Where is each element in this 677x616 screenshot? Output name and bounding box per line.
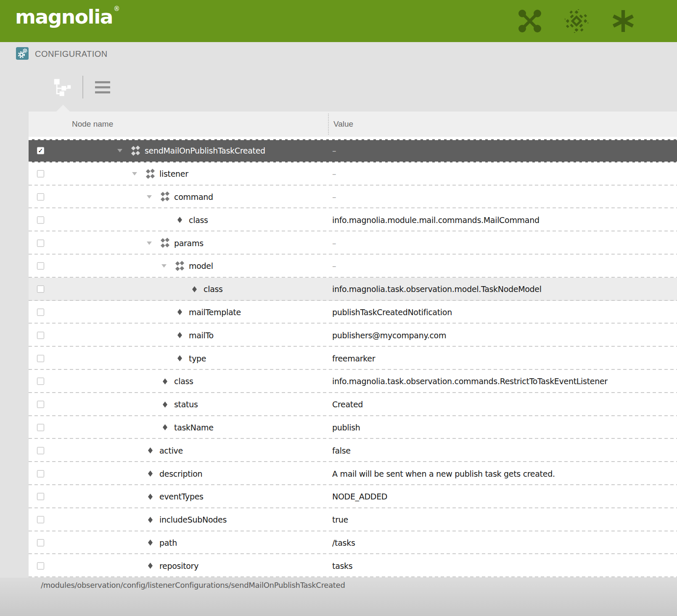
list-view-icon bbox=[95, 81, 110, 94]
node-name: repository bbox=[159, 561, 198, 571]
row-checkbox[interactable] bbox=[37, 447, 44, 454]
collapse-arrow-icon[interactable] bbox=[117, 149, 122, 152]
table-row[interactable]: class info.magnolia.module.mail.commands… bbox=[29, 208, 677, 231]
row-checkbox[interactable] bbox=[37, 470, 44, 477]
property-diamond-icon bbox=[148, 517, 153, 523]
table-row[interactable]: description A mail will be sent when a n… bbox=[29, 462, 677, 485]
collapse-arrow-icon[interactable] bbox=[147, 242, 152, 245]
row-checkbox[interactable] bbox=[37, 401, 44, 408]
node-value: tasks bbox=[332, 561, 352, 571]
table-row[interactable]: eventTypes NODE_ADDED bbox=[29, 485, 677, 508]
node-name: class bbox=[204, 284, 223, 294]
property-diamond-icon bbox=[148, 447, 153, 454]
node-name: sendMailOnPublishTaskCreated bbox=[145, 146, 265, 155]
table-row[interactable]: type freemarker bbox=[29, 347, 677, 370]
row-checkbox[interactable]: ✓ bbox=[37, 147, 44, 154]
column-header-value[interactable]: Value bbox=[333, 119, 353, 129]
row-checkbox[interactable] bbox=[37, 308, 44, 316]
node-name: taskName bbox=[174, 423, 214, 432]
table-row[interactable]: taskName publish bbox=[29, 416, 677, 439]
tree-indent bbox=[29, 220, 161, 220]
diamond-burst-icon[interactable] bbox=[565, 9, 588, 33]
asterisk-icon[interactable] bbox=[611, 9, 635, 33]
magnolia-logo[interactable]: magnolia® bbox=[15, 7, 119, 27]
tree-indent bbox=[29, 404, 147, 405]
toolbar-separator bbox=[82, 76, 83, 98]
property-diamond-icon bbox=[177, 309, 182, 315]
configuration-app-icon bbox=[16, 47, 29, 60]
table-row[interactable]: listener – bbox=[29, 162, 677, 186]
column-header-node-name[interactable]: Node name bbox=[72, 119, 113, 129]
header-icon-group bbox=[518, 9, 635, 33]
content-node-icon bbox=[160, 238, 170, 248]
row-checkbox[interactable] bbox=[37, 516, 44, 523]
table-row[interactable]: mailTo publishers@mycompany.com bbox=[29, 324, 677, 347]
content-node-icon bbox=[175, 261, 185, 271]
row-checkbox[interactable] bbox=[37, 193, 44, 200]
collapse-arrow-icon[interactable] bbox=[161, 264, 167, 268]
table-row[interactable]: ✓ sendMailOnPublishTaskCreated – bbox=[29, 139, 677, 162]
node-value: info.magnolia.task.observation.model.Tas… bbox=[332, 284, 542, 294]
node-name: type bbox=[189, 354, 206, 363]
node-value: true bbox=[332, 515, 348, 524]
node-name: eventTypes bbox=[159, 492, 204, 501]
tree-indent bbox=[29, 243, 147, 243]
list-view-button[interactable] bbox=[92, 77, 114, 98]
property-diamond-icon bbox=[163, 401, 167, 408]
tree-indent bbox=[29, 335, 161, 335]
page-title: CONFIGURATION bbox=[35, 49, 108, 59]
property-diamond-icon bbox=[177, 355, 182, 361]
tree-indent bbox=[29, 266, 161, 266]
node-value: false bbox=[332, 446, 351, 455]
row-checkbox[interactable] bbox=[37, 239, 44, 247]
node-name: class bbox=[174, 377, 193, 386]
row-checkbox[interactable] bbox=[37, 286, 44, 293]
tree-view-button[interactable] bbox=[52, 77, 74, 98]
collapse-arrow-icon[interactable] bbox=[147, 195, 152, 199]
row-checkbox[interactable] bbox=[37, 424, 44, 431]
table-row[interactable]: repository tasks bbox=[29, 554, 677, 577]
status-bar: /modules/observation/config/listenerConf… bbox=[0, 578, 677, 616]
property-diamond-icon bbox=[148, 470, 153, 477]
table-row[interactable]: includeSubNodes true bbox=[29, 508, 677, 531]
table-row[interactable]: mailTemplate publishTaskCreatedNotificat… bbox=[29, 301, 677, 324]
registered-mark: ® bbox=[114, 5, 119, 13]
node-name: class bbox=[189, 215, 208, 225]
row-checkbox[interactable] bbox=[37, 263, 44, 270]
row-checkbox[interactable] bbox=[37, 216, 44, 223]
property-diamond-icon bbox=[177, 217, 182, 223]
table-row[interactable]: active false bbox=[29, 439, 677, 462]
logo-text: magnolia bbox=[15, 5, 113, 28]
row-checkbox[interactable] bbox=[37, 539, 44, 546]
node-name: model bbox=[189, 261, 213, 271]
connected-nodes-icon[interactable] bbox=[518, 9, 542, 33]
row-checkbox[interactable] bbox=[37, 562, 44, 569]
table-row[interactable]: path /tasks bbox=[29, 531, 677, 555]
table-row[interactable]: class info.magnolia.task.observation.com… bbox=[29, 370, 677, 393]
node-value: info.magnolia.task.observation.commands.… bbox=[332, 377, 608, 386]
selected-node-path: /modules/observation/config/listenerConf… bbox=[41, 581, 345, 589]
tree-indent bbox=[29, 312, 161, 312]
table-row[interactable]: status Created bbox=[29, 393, 677, 416]
property-diamond-icon bbox=[148, 494, 153, 500]
table-header: Node name Value bbox=[29, 112, 677, 137]
row-checkbox[interactable] bbox=[37, 170, 44, 178]
row-checkbox[interactable] bbox=[37, 332, 44, 339]
table-row[interactable]: params – bbox=[29, 231, 677, 255]
node-name: description bbox=[159, 469, 202, 478]
node-value: A mail will be sent when a new publish t… bbox=[332, 469, 555, 478]
table-row[interactable]: command – bbox=[29, 186, 677, 209]
row-checkbox[interactable] bbox=[37, 355, 44, 362]
row-checkbox[interactable] bbox=[37, 378, 44, 385]
node-value: publishers@mycompany.com bbox=[332, 331, 446, 340]
row-checkbox[interactable] bbox=[37, 493, 44, 500]
column-divider[interactable] bbox=[328, 114, 329, 135]
node-value: – bbox=[332, 146, 336, 155]
node-name: path bbox=[159, 538, 177, 547]
node-value: Created bbox=[332, 400, 363, 409]
table-row[interactable]: class info.magnolia.task.observation.mod… bbox=[29, 278, 677, 301]
tree-indent bbox=[29, 427, 147, 427]
collapse-arrow-icon[interactable] bbox=[132, 172, 137, 175]
property-diamond-icon bbox=[177, 332, 182, 338]
table-row[interactable]: model – bbox=[29, 255, 677, 278]
